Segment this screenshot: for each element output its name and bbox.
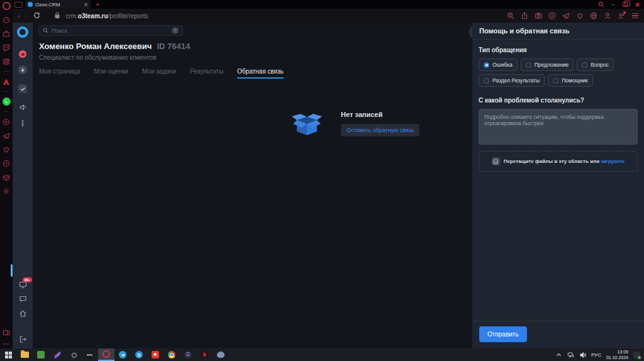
instagram-icon[interactable] — [3, 57, 11, 65]
discord-button[interactable]: ᗧ — [180, 348, 196, 361]
radio-icon — [582, 62, 587, 68]
share-icon[interactable] — [520, 12, 528, 20]
option-results-section[interactable]: Раздел Результаты — [479, 74, 545, 87]
new-tab-button[interactable]: + — [96, 1, 99, 8]
opera-gx-logo-icon[interactable] — [3, 2, 11, 10]
request-type-label: Тип обращения — [479, 47, 638, 53]
sidebar-scroll-indicator[interactable] — [11, 264, 13, 277]
submit-button[interactable]: Отправить — [479, 326, 527, 342]
download-icon[interactable] — [548, 12, 556, 20]
file-explorer-button[interactable] — [16, 348, 33, 361]
tab-feedback[interactable]: Обратная связь — [237, 68, 284, 79]
notification-center-icon[interactable] — [633, 352, 640, 358]
volume-icon[interactable] — [579, 352, 586, 358]
search-info-icon[interactable]: ? — [172, 27, 179, 34]
flow-paper-plane-icon[interactable] — [562, 12, 570, 20]
settings-gear-icon[interactable] — [3, 187, 11, 195]
speed-dial-icon[interactable] — [3, 16, 11, 24]
empty-box-illustration — [291, 111, 323, 136]
collapse-arrow-icon[interactable] — [18, 65, 27, 74]
radio-icon — [484, 62, 489, 68]
sidebar-more-icon[interactable]: ••• — [21, 120, 24, 127]
red8-app-button[interactable]: 8 — [196, 348, 213, 361]
updates-icon[interactable]: 99+ — [19, 280, 27, 289]
option-assistant[interactable]: Помощник — [548, 74, 593, 87]
tab-close-icon[interactable]: ✕ — [84, 2, 88, 8]
green-app-icon — [37, 351, 45, 358]
window-minimize-button[interactable]: – — [612, 1, 615, 8]
help-panel-footer: Отправить — [472, 321, 644, 348]
sidebar-more-icon[interactable]: ••• — [3, 342, 9, 346]
clock[interactable]: 13:0901.10.2024 — [606, 349, 628, 360]
opera-gx-button[interactable] — [98, 348, 114, 361]
file-drop-area[interactable]: Перетащите файлы в эту область или загру… — [479, 151, 638, 172]
extensions-box-icon[interactable] — [3, 173, 11, 181]
heart-icon[interactable] — [3, 145, 11, 153]
tab-my-page[interactable]: Моя страница — [39, 68, 80, 79]
tray-expand-icon[interactable] — [555, 352, 562, 358]
folder-icon — [21, 352, 29, 358]
logout-icon[interactable] — [19, 335, 27, 343]
paw-app-button[interactable] — [213, 348, 229, 361]
tab-results[interactable]: Результаты — [190, 68, 223, 79]
whatsapp-icon[interactable] — [3, 97, 11, 106]
record-icon[interactable] — [3, 118, 11, 126]
leave-feedback-button[interactable]: Оставить обратную связь — [341, 124, 419, 136]
browser-tab[interactable]: Ozon.CRM ✕ — [25, 0, 91, 9]
option-label: Вопрос — [591, 62, 609, 68]
network-icon[interactable] — [567, 352, 574, 358]
epic-games-button[interactable]: EPIC — [82, 348, 98, 361]
status-record-icon[interactable] — [19, 50, 26, 58]
language-indicator[interactable]: РУС — [591, 352, 601, 358]
history-clock-icon[interactable] — [3, 159, 11, 167]
drawing-app-button[interactable] — [49, 348, 65, 361]
skype-button[interactable]: S — [131, 348, 147, 361]
vpn-globe-icon[interactable] — [589, 12, 597, 20]
telegram-icon[interactable] — [3, 131, 11, 140]
problem-textarea[interactable] — [479, 109, 638, 145]
search-input[interactable] — [52, 28, 169, 34]
divider — [4, 91, 9, 92]
option-question[interactable]: Вопрос — [577, 58, 614, 71]
panels-icon[interactable] — [3, 328, 11, 336]
ozon-logo[interactable] — [17, 26, 28, 38]
upload-link[interactable]: загрузите — [601, 158, 625, 164]
announcements-megaphone-icon[interactable] — [19, 103, 27, 111]
browser-menu-icon[interactable] — [631, 12, 639, 20]
tab-my-tasks[interactable]: Мои задачи — [142, 68, 177, 79]
red-app-icon: ✺ — [152, 351, 159, 358]
tab-my-scores[interactable]: Мои оценки — [94, 68, 128, 79]
back-button[interactable]: ‹ — [18, 12, 20, 19]
bookmarks-heart-icon[interactable] — [575, 12, 584, 20]
tasks-check-icon[interactable] — [18, 84, 27, 93]
window-restore-button[interactable] — [623, 2, 628, 7]
snapshot-camera-icon[interactable] — [534, 12, 542, 20]
steam-button[interactable] — [65, 348, 82, 361]
taskbar: EPIC S ✺ ᗧ 8 РУС 13:0901.10.2024 — [0, 348, 644, 361]
help-panel-body: Тип обращения Ошибка Предложение Вопрос … — [472, 40, 644, 321]
option-suggestion[interactable]: Предложение — [521, 58, 574, 71]
reload-button[interactable] — [33, 10, 40, 21]
tray-time: 13:09 — [617, 350, 628, 354]
workspace-icon[interactable] — [14, 2, 23, 8]
aria-ai-icon[interactable] — [3, 77, 11, 86]
twitch-icon[interactable] — [3, 43, 11, 52]
green-app-button[interactable] — [33, 348, 49, 361]
start-button[interactable] — [0, 348, 16, 361]
chrome-button[interactable] — [164, 348, 180, 361]
option-label: Предложение — [535, 62, 569, 68]
profile-person-icon[interactable] — [603, 12, 611, 20]
telegram-button[interactable] — [114, 348, 131, 361]
lock-icon[interactable] — [54, 10, 60, 21]
sync-person-icon[interactable] — [617, 12, 625, 20]
option-error[interactable]: Ошибка — [479, 58, 518, 71]
home-icon[interactable] — [19, 309, 27, 318]
chat-icon[interactable] — [19, 295, 27, 303]
search-bar[interactable]: ? — [38, 25, 183, 36]
zoom-page-icon[interactable] — [506, 12, 514, 20]
crm-main: ? Хоменко Роман АлексеевичID 76414 Специ… — [33, 23, 472, 348]
gx-corner-tv-icon[interactable] — [3, 30, 11, 38]
red-app-button[interactable]: ✺ — [147, 348, 164, 361]
window-close-button[interactable]: ✕ — [635, 1, 640, 8]
url-text[interactable]: crm.o3team.ru/profile/reports — [65, 13, 148, 19]
